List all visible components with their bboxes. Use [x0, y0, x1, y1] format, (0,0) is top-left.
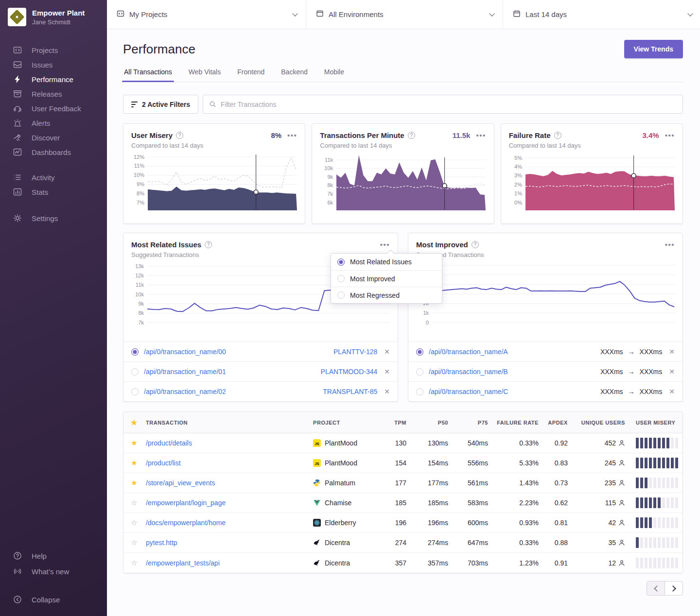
collapse-icon — [13, 595, 22, 604]
transaction-link[interactable]: /api/0/transaction_name/B — [429, 368, 508, 376]
star-toggle[interactable]: ★ — [131, 439, 137, 447]
menu-option[interactable]: Most Related Issues — [331, 254, 442, 270]
row-radio[interactable] — [131, 368, 139, 376]
help-icon[interactable]: ? — [554, 132, 561, 139]
date-range-value: Last 14 days — [525, 10, 567, 18]
row-radio[interactable] — [131, 388, 139, 395]
card-menu-icon[interactable]: ••• — [287, 133, 297, 138]
close-icon[interactable]: ✕ — [382, 348, 390, 356]
transaction-link[interactable]: /api/0/transaction_name/02 — [144, 388, 226, 395]
svg-text:11k: 11k — [325, 157, 333, 163]
svg-text:JS: JS — [315, 462, 319, 466]
sidebar-nav-primary: Projects Issues Performance Releases Use… — [0, 43, 107, 159]
view-trends-button[interactable]: View Trends — [624, 40, 683, 58]
sidebar-item-feedback[interactable]: User Feedback — [0, 101, 107, 116]
help-icon[interactable]: ? — [408, 132, 415, 139]
tab-frontend[interactable]: Frontend — [236, 68, 265, 82]
sidebar-item-alerts[interactable]: Alerts — [0, 116, 107, 130]
js-platform-icon: JS — [313, 439, 321, 447]
discover-icon — [13, 133, 22, 142]
sidebar-item-label: Releases — [32, 90, 62, 98]
environment-filter-value: All Environments — [329, 10, 384, 18]
star-toggle[interactable]: ☆ — [131, 498, 137, 507]
card-menu-icon[interactable]: ••• — [380, 242, 390, 247]
sidebar-item-dashboards[interactable]: Dashboards — [0, 145, 107, 159]
row-radio[interactable] — [416, 348, 423, 356]
menu-option[interactable]: Most Regressed — [331, 287, 442, 303]
related-issue-row: /api/0/transaction_name/00 PLANTTV-128 ✕ — [123, 342, 398, 361]
sidebar-item-label: Alerts — [32, 119, 50, 127]
card-menu-icon[interactable]: ••• — [476, 133, 486, 138]
unique-users-value: 235 — [572, 479, 629, 487]
menu-option[interactable]: Most Improved — [331, 270, 442, 287]
environment-filter-dropdown[interactable]: All Environments — [306, 0, 503, 29]
tab-backend[interactable]: Backend — [280, 68, 308, 82]
user-misery-bars — [629, 438, 682, 448]
sidebar-footer: Help What’s new Collapse — [0, 536, 107, 616]
star-toggle[interactable]: ★ — [131, 479, 137, 487]
sidebar-item-issues[interactable]: Issues — [0, 57, 107, 72]
issue-link[interactable]: TRANSPLANT-85 — [323, 388, 377, 395]
row-radio[interactable] — [131, 348, 139, 356]
project-filter-dropdown[interactable]: My Projects — [107, 0, 306, 29]
sidebar-item-settings[interactable]: Settings — [0, 211, 107, 225]
star-toggle[interactable]: ☆ — [131, 518, 137, 527]
swallow-platform-icon — [313, 559, 321, 567]
sidebar-item-projects[interactable]: Projects — [0, 43, 107, 57]
issue-link[interactable]: PLANTMOOD-344 — [321, 368, 378, 376]
pagination — [123, 581, 683, 596]
sidebar: Empower Plant Jane Schmidt Projects Issu… — [0, 0, 107, 616]
transaction-link[interactable]: /api/0/transaction_name/00 — [144, 348, 226, 356]
transaction-link[interactable]: /api/0/transaction_name/A — [429, 348, 508, 356]
next-page-button[interactable] — [665, 581, 683, 596]
close-icon[interactable]: ✕ — [667, 388, 675, 395]
star-toggle[interactable]: ★ — [131, 459, 137, 467]
close-icon[interactable]: ✕ — [382, 388, 390, 395]
sidebar-item-whats-new[interactable]: What’s new — [0, 564, 107, 579]
issue-link[interactable]: PLANTTV-128 — [333, 348, 377, 356]
tab-all-transactions[interactable]: All Transactions — [123, 68, 173, 82]
close-icon[interactable]: ✕ — [382, 368, 390, 376]
svg-text:10k: 10k — [135, 291, 144, 297]
transaction-link[interactable]: /docs/empowerplant/home — [146, 519, 226, 527]
card-menu-icon[interactable]: ••• — [665, 133, 675, 138]
active-filters-button[interactable]: 2 Active Filters — [123, 95, 198, 114]
transaction-link[interactable]: /product/details — [146, 439, 192, 447]
tab-mobile[interactable]: Mobile — [323, 68, 345, 82]
row-radio[interactable] — [416, 388, 423, 395]
transaction-link[interactable]: /api/0/transaction_name/C — [429, 388, 508, 395]
close-icon[interactable]: ✕ — [667, 368, 675, 376]
org-switcher[interactable]: Empower Plant Jane Schmidt — [0, 0, 107, 31]
transaction-link[interactable]: /empowerplant/login_page — [146, 499, 226, 507]
date-range-dropdown[interactable]: Last 14 days — [503, 0, 700, 29]
content: Performance View Trends All Transactions… — [107, 29, 700, 616]
card-value: 3.4% — [643, 131, 659, 139]
sidebar-item-activity[interactable]: Activity — [0, 170, 107, 185]
transaction-link[interactable]: /product/list — [146, 459, 181, 467]
search-input[interactable] — [221, 101, 677, 108]
sidebar-item-help[interactable]: Help — [0, 548, 107, 564]
transaction-link[interactable]: /empowerplant_tests/api — [146, 559, 220, 567]
row-radio[interactable] — [416, 368, 423, 376]
card-menu-icon[interactable]: ••• — [665, 242, 675, 247]
project-name: PlantMood — [325, 459, 357, 467]
sidebar-item-stats[interactable]: Stats — [0, 185, 107, 199]
sidebar-item-performance[interactable]: Performance — [0, 72, 107, 86]
sidebar-item-collapse[interactable]: Collapse — [0, 592, 107, 607]
help-icon[interactable]: ? — [176, 132, 183, 139]
sidebar-item-label: Collapse — [32, 596, 60, 604]
star-toggle[interactable]: ☆ — [131, 559, 137, 567]
previous-page-button[interactable] — [647, 581, 665, 596]
transaction-link[interactable]: /store/api_view_events — [146, 479, 215, 487]
sidebar-item-discover[interactable]: Discover — [0, 130, 107, 145]
svg-text:7k: 7k — [138, 320, 144, 325]
tab-web-vitals[interactable]: Web Vitals — [188, 68, 222, 82]
help-icon[interactable]: ? — [472, 241, 479, 248]
close-icon[interactable]: ✕ — [667, 348, 675, 356]
svg-text:5%: 5% — [514, 155, 522, 161]
transaction-link[interactable]: pytest.http — [146, 539, 177, 547]
transaction-link[interactable]: /api/0/transaction_name/01 — [144, 368, 226, 376]
help-icon[interactable]: ? — [205, 241, 212, 248]
star-toggle[interactable]: ☆ — [131, 538, 137, 547]
sidebar-item-releases[interactable]: Releases — [0, 86, 107, 101]
